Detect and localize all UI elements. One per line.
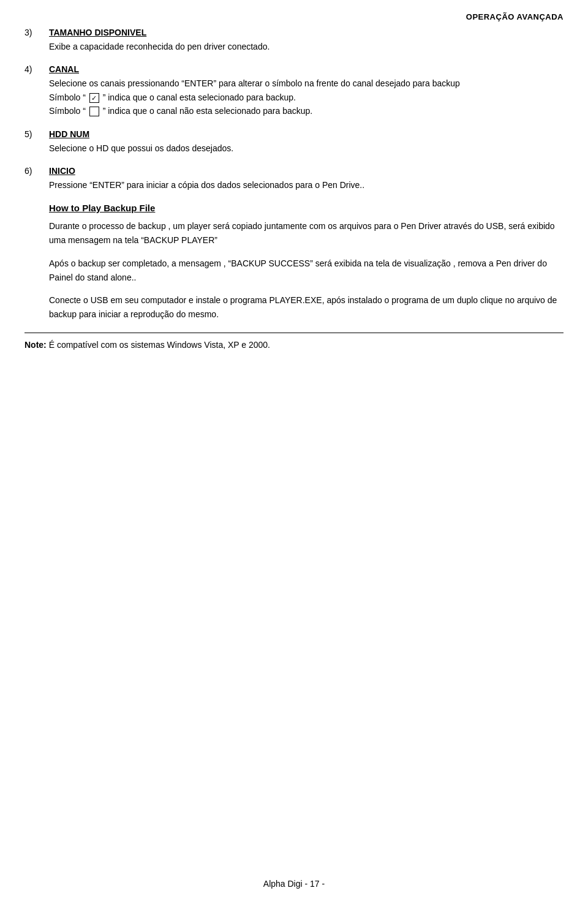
- section-6-number: 6): [24, 166, 49, 176]
- section-3-number: 3): [24, 28, 49, 37]
- note-label: Note:: [24, 340, 47, 350]
- page-container: OPERAÇÃO AVANÇADA 3) TAMANHO DISPONIVEL …: [0, 0, 588, 907]
- section-4-title: CANAL: [49, 64, 564, 74]
- section-5-body: Selecione o HD que possui os dados desej…: [49, 141, 564, 155]
- section-6-content: INICIO Pressione “ENTER” para iniciar a …: [49, 166, 564, 192]
- footer-text: Alpha Digi - 17 -: [263, 879, 325, 889]
- page-footer: Alpha Digi - 17 -: [0, 879, 588, 889]
- section-3-title: TAMANHO DISPONIVEL: [49, 28, 564, 37]
- checked-symbol: [89, 93, 99, 103]
- section-5-title: HDD NUM: [49, 129, 564, 139]
- section-4-number: 4): [24, 64, 49, 74]
- section-6: 6) INICIO Pressione “ENTER” para iniciar…: [24, 166, 564, 192]
- how-to-para-3: Conecte o USB em seu computador e instal…: [49, 293, 564, 322]
- section-5: 5) HDD NUM Selecione o HD que possui os …: [24, 129, 564, 155]
- section-4-body-line1: Selecione os canais pressionando “ENTER”…: [49, 77, 564, 90]
- section-4-body-line3: Símbolo “ ” indica que o canal não esta …: [49, 104, 564, 118]
- section-3: 3) TAMANHO DISPONIVEL Exibe a capacidade…: [24, 28, 564, 53]
- header-title: OPERAÇÃO AVANÇADA: [466, 12, 564, 21]
- how-to-title: How to Play Backup File: [49, 203, 564, 213]
- section-5-number: 5): [24, 129, 49, 139]
- how-to-para-2: Após o backup ser completado, a mensagem…: [49, 257, 564, 285]
- page-header: OPERAÇÃO AVANÇADA: [24, 12, 564, 21]
- section-3-content: TAMANHO DISPONIVEL Exibe a capacidade re…: [49, 28, 564, 53]
- how-to-para-1: Durante o processo de backup , um player…: [49, 219, 564, 247]
- section-3-body: Exibe a capacidade reconhecida do pen dr…: [49, 40, 564, 53]
- unchecked-symbol: [89, 107, 99, 116]
- section-6-title: INICIO: [49, 166, 564, 176]
- note-section: Note: É compatível com os sistemas Windo…: [24, 333, 564, 352]
- section-4-content: CANAL Selecione os canais pressionando “…: [49, 64, 564, 118]
- how-to-section: How to Play Backup File Durante o proces…: [24, 203, 564, 322]
- section-4: 4) CANAL Selecione os canais pressionand…: [24, 64, 564, 118]
- section-5-content: HDD NUM Selecione o HD que possui os dad…: [49, 129, 564, 155]
- note-text: É compatível com os sistemas Windows Vis…: [49, 340, 270, 350]
- section-6-body: Pressione “ENTER” para iniciar a cópia d…: [49, 178, 564, 192]
- section-4-body-line2: Símbolo “ ” indica que o canal esta sele…: [49, 91, 564, 104]
